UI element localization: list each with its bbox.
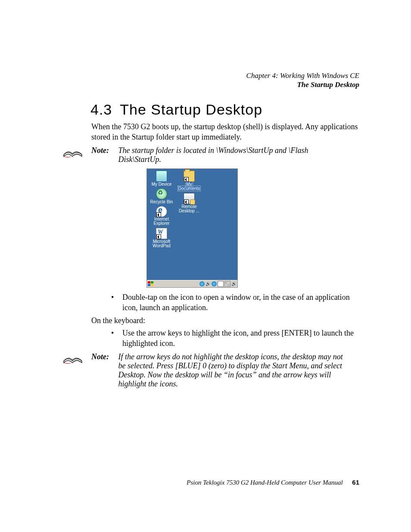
tray-doc-icon[interactable] xyxy=(218,281,224,287)
shortcut-arrow-icon xyxy=(156,212,161,217)
shortcut-arrow-icon xyxy=(184,199,189,204)
start-button[interactable] xyxy=(148,281,154,286)
icon-label-line: Microsoft xyxy=(153,239,171,244)
taskbar[interactable] xyxy=(147,280,237,287)
desktop-icon-my-documents[interactable]: My Documents xyxy=(175,171,203,191)
note-label: Note: xyxy=(91,146,116,155)
icon-label-line: Desktop ... xyxy=(179,208,199,213)
icon-label: My Device xyxy=(152,182,172,187)
runhead-chapter: Chapter 4: Working With Windows CE xyxy=(246,71,359,80)
note-label: Note: xyxy=(91,352,116,361)
section-number: 4.3 xyxy=(90,101,112,118)
footer-manual-title: Psion Teklogix 7530 G2 Hand-Held Compute… xyxy=(187,479,342,486)
open-book-icon xyxy=(63,146,83,158)
running-head: Chapter 4: Working With Windows CE The S… xyxy=(246,71,359,90)
note-text: If the arrow keys do not highlight the d… xyxy=(118,352,351,389)
shortcut-arrow-icon xyxy=(156,234,161,239)
page-number: 61 xyxy=(352,479,359,486)
wordpad-icon xyxy=(156,228,167,239)
desktop-icon-recycle-bin[interactable]: Recycle Bin xyxy=(148,188,175,205)
keyboard-header: On the keyboard: xyxy=(91,316,359,325)
bullet-list: Use the arrow keys to highlight the icon… xyxy=(111,328,359,349)
note-arrow-keys: Note: If the arrow keys do not highlight… xyxy=(91,352,359,389)
bullet-item: Use the arrow keys to highlight the icon… xyxy=(111,328,359,349)
wince-desktop-screenshot: My Device Recycle Bin Internet Explorer xyxy=(146,168,238,288)
device-icon xyxy=(156,171,167,182)
ie-icon xyxy=(156,206,167,217)
bullet-list: Double-tap on the icon to open a window … xyxy=(111,292,359,313)
note-text: The startup folder is located in \Window… xyxy=(118,146,351,164)
icon-label-line: Documents xyxy=(178,186,201,191)
desktop-icon-wordpad[interactable]: Microsoft WordPad xyxy=(148,228,175,249)
icon-label-line: Remote xyxy=(181,204,196,209)
icon-label: Recycle Bin xyxy=(150,199,173,204)
desktop-icon-my-device[interactable]: My Device xyxy=(148,171,175,187)
tray-world-icon[interactable] xyxy=(199,281,205,286)
shortcut-arrow-icon xyxy=(184,177,189,182)
tray-desktop-icon[interactable] xyxy=(231,281,237,286)
icon-label-line: My xyxy=(186,182,192,187)
tray-speaker-icon[interactable] xyxy=(206,281,211,286)
tray-world-icon[interactable] xyxy=(212,281,217,286)
note-startup-folder: Note: The startup folder is located in \… xyxy=(91,146,359,164)
folder-icon xyxy=(184,171,195,182)
page-footer: Psion Teklogix 7530 G2 Hand-Held Compute… xyxy=(187,479,359,486)
section-heading: 4.3The Startup Desktop xyxy=(90,101,359,118)
intro-paragraph: When the 7530 G2 boots up, the startup d… xyxy=(91,121,359,143)
runhead-section: The Startup Desktop xyxy=(246,80,359,89)
icon-label-line: Explorer xyxy=(153,221,169,226)
recycle-icon xyxy=(156,188,167,199)
tray-network-icon[interactable] xyxy=(224,281,230,287)
system-tray xyxy=(199,281,237,287)
open-book-icon xyxy=(63,352,83,364)
icon-label-line: Internet xyxy=(154,217,169,221)
desktop-icon-internet-explorer[interactable]: Internet Explorer xyxy=(148,206,175,226)
icon-label-line: WordPad xyxy=(153,243,171,248)
manual-page: Chapter 4: Working With Windows CE The S… xyxy=(0,0,411,532)
remote-desktop-icon xyxy=(184,193,195,204)
desktop-icon-remote-desktop[interactable]: Remote Desktop ... xyxy=(175,193,203,214)
section-title: The Startup Desktop xyxy=(120,101,262,118)
bullet-item: Double-tap on the icon to open a window … xyxy=(111,292,359,313)
